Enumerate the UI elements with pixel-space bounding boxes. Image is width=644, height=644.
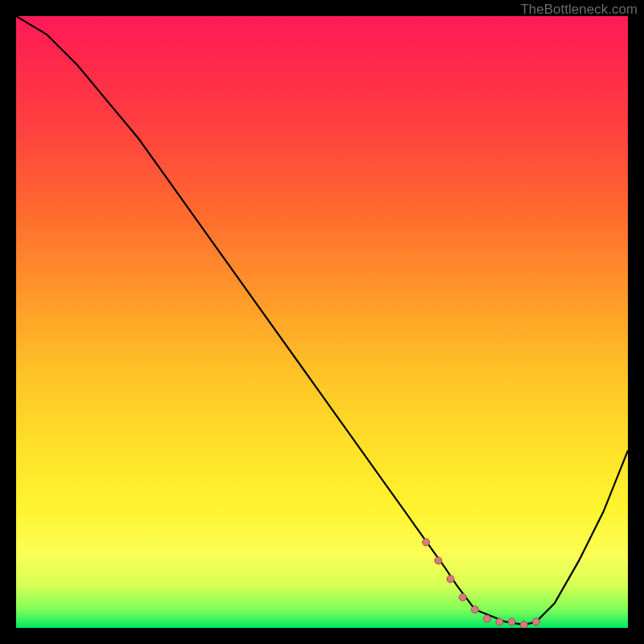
highlight-dot xyxy=(435,557,442,564)
plot-area xyxy=(16,16,628,628)
highlight-dot xyxy=(459,594,466,601)
highlight-dot xyxy=(423,539,430,546)
highlight-dot xyxy=(508,618,515,625)
highlight-dot xyxy=(533,618,540,625)
highlight-dot xyxy=(447,576,454,583)
highlight-dots-group xyxy=(423,539,540,628)
bottleneck-curve-svg xyxy=(16,16,628,628)
highlight-dot xyxy=(484,615,491,622)
bottleneck-curve-line xyxy=(16,16,628,625)
chart-frame: TheBottleneck.com xyxy=(0,0,644,644)
highlight-dot xyxy=(496,618,503,625)
highlight-dot xyxy=(472,606,479,613)
watermark-text: TheBottleneck.com xyxy=(520,2,638,18)
highlight-dot xyxy=(520,621,527,628)
